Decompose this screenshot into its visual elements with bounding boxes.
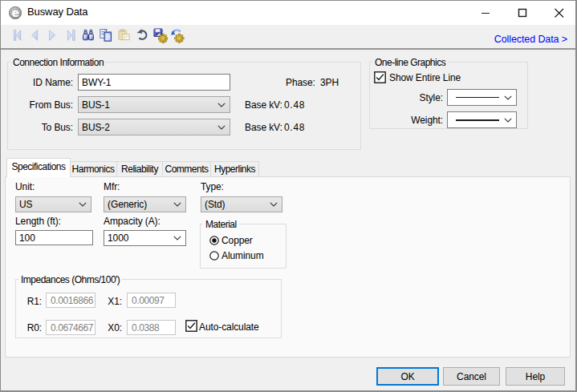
weight-combobox[interactable]: [447, 111, 517, 128]
chevron-down-icon: [173, 236, 181, 240]
toolbar: Collected Data >: [1, 25, 575, 50]
style-combobox[interactable]: [447, 89, 517, 106]
show-entire-line-checkbox[interactable]: [374, 71, 386, 83]
x1-input[interactable]: 0.00097: [127, 293, 176, 308]
find-icon[interactable]: [82, 29, 95, 42]
maximize-icon: [504, 1, 541, 25]
button-label: Cancel: [457, 371, 486, 382]
mfr-label: Mfr:: [104, 181, 120, 192]
auto-calculate-checkbox[interactable]: [185, 320, 197, 332]
x0-label: X0:: [104, 322, 122, 333]
ok-button[interactable]: OK: [376, 367, 439, 386]
minimize-button[interactable]: [467, 1, 504, 25]
x1-label: X1:: [104, 296, 122, 307]
close-icon: [541, 1, 577, 25]
material-group: Material: [200, 224, 286, 269]
go-first-icon[interactable]: [14, 29, 26, 42]
help-button[interactable]: Help: [506, 367, 565, 386]
copper-label: Copper: [221, 235, 253, 246]
button-label: Help: [526, 371, 545, 382]
type-value: (Std): [205, 199, 226, 210]
from-bus-value: BUS-1: [82, 99, 110, 111]
weight-label: Weight:: [371, 115, 443, 126]
x0-input[interactable]: 0.0388: [127, 320, 176, 335]
unit-label: Unit:: [15, 181, 35, 192]
undo-icon[interactable]: [136, 28, 148, 41]
titlebar: e Busway Data: [1, 1, 575, 25]
to-base-kv-label: Base kV:: [245, 122, 282, 133]
to-bus-combobox[interactable]: BUS-2: [78, 119, 230, 135]
restore-defaults-icon[interactable]: [171, 28, 185, 43]
gear-icon: [175, 34, 184, 42]
to-bus-value: BUS-2: [82, 122, 110, 133]
tab-comments[interactable]: Comments: [163, 161, 211, 177]
unit-value: US: [19, 199, 32, 210]
ampacity-label: Ampacity (A):: [104, 216, 161, 227]
cancel-button[interactable]: Cancel: [443, 367, 500, 386]
unit-combobox[interactable]: US: [15, 196, 91, 212]
id-name-label: ID Name:: [9, 77, 73, 88]
go-previous-icon[interactable]: [31, 29, 44, 42]
ampacity-combobox[interactable]: 1000: [104, 230, 186, 246]
chevron-down-icon: [504, 118, 512, 123]
close-button[interactable]: [541, 1, 577, 25]
one-line-graphics-legend: One-line Graphics: [372, 57, 448, 68]
gear-icon: [159, 34, 168, 42]
type-combobox[interactable]: (Std): [201, 196, 282, 212]
button-label: OK: [400, 371, 414, 382]
chevron-down-icon: [173, 202, 181, 207]
go-next-icon[interactable]: [49, 29, 62, 42]
to-bus-label: To Bus:: [9, 122, 73, 133]
save-defaults-icon[interactable]: [153, 28, 168, 43]
tabstrip: Specifications Harmonics Reliability Com…: [6, 158, 259, 177]
chevron-down-icon: [79, 202, 87, 207]
show-entire-line-label: Show Entire Line: [389, 72, 461, 83]
to-base-kv-value: 0.48: [284, 122, 305, 133]
id-name-input[interactable]: BWY-1: [78, 74, 230, 91]
chevron-down-icon: [217, 125, 226, 130]
r0-input[interactable]: 0.0674667: [46, 320, 95, 335]
mfr-combobox[interactable]: (Generic): [104, 196, 186, 212]
maximize-button[interactable]: [504, 1, 541, 25]
copper-radio[interactable]: [209, 236, 219, 245]
connection-information-legend: Connection Information: [10, 57, 106, 68]
window-title: Busway Data: [27, 6, 88, 18]
ampacity-value: 1000: [108, 232, 128, 244]
r1-label: R1:: [22, 296, 42, 307]
svg-text:e: e: [11, 6, 18, 19]
copy-icon[interactable]: [100, 29, 112, 42]
type-label: Type:: [201, 181, 224, 192]
chevron-down-icon: [217, 103, 226, 107]
length-input[interactable]: 100: [15, 230, 93, 245]
tab-specifications[interactable]: Specifications: [6, 158, 71, 177]
line-style-preview: [456, 97, 499, 98]
tab-label: Reliability: [121, 164, 158, 175]
tab-hyperlinks[interactable]: Hyperlinks: [211, 161, 259, 177]
aluminum-label: Aluminum: [221, 250, 264, 261]
collected-data-link[interactable]: Collected Data >: [494, 34, 567, 45]
material-legend: Material: [203, 219, 239, 230]
tab-harmonics[interactable]: Harmonics: [70, 161, 117, 177]
minimize-icon: [467, 1, 504, 25]
r0-label: R0:: [22, 322, 42, 333]
tab-label: Harmonics: [72, 164, 115, 175]
paste-icon[interactable]: [118, 29, 131, 42]
busway-data-dialog: e Busway Data: [0, 0, 577, 392]
style-label: Style:: [371, 92, 443, 103]
phase-value: 3PH: [320, 77, 339, 88]
impedances-legend: Impedances (Ohms/100'): [18, 274, 122, 285]
from-bus-combobox[interactable]: BUS-1: [78, 96, 230, 113]
from-base-kv-value: 0.48: [284, 99, 305, 111]
tab-label: Comments: [165, 164, 208, 175]
from-base-kv-label: Base kV:: [245, 99, 282, 111]
tab-label: Hyperlinks: [214, 164, 255, 175]
chevron-down-icon: [270, 202, 278, 207]
aluminum-radio[interactable]: [209, 251, 219, 261]
from-bus-label: From Bus:: [9, 99, 73, 111]
go-last-icon[interactable]: [67, 29, 80, 42]
app-icon: e: [9, 6, 22, 19]
phase-label: Phase:: [286, 77, 315, 88]
tab-label: Specifications: [11, 161, 65, 172]
tab-reliability[interactable]: Reliability: [117, 161, 163, 177]
r1-input[interactable]: 0.0016866: [46, 293, 95, 308]
